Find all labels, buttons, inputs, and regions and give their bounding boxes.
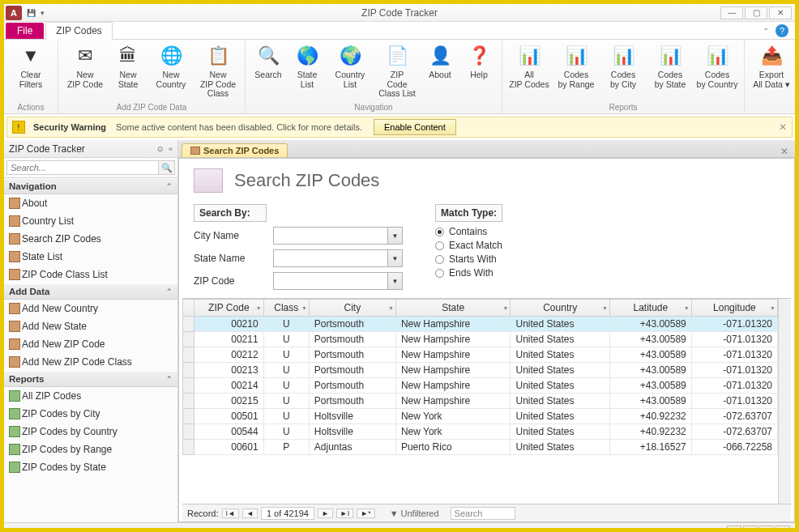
enable-content-button[interactable]: Enable Content: [374, 119, 456, 135]
table-row[interactable]: 00210UPortsmouthNew HampshireUnited Stat…: [183, 317, 778, 332]
nav-search-button[interactable]: 🔍: [159, 160, 175, 175]
cell[interactable]: New York: [395, 424, 511, 440]
cell[interactable]: United States: [511, 378, 609, 394]
cell[interactable]: -071.01320: [691, 332, 777, 347]
column-header-city[interactable]: City▼: [309, 300, 395, 317]
all-zip-codes-button[interactable]: 📊AllZIP Codes: [506, 41, 553, 102]
cell[interactable]: United States: [511, 394, 609, 409]
table-row[interactable]: 00601PAdjuntasPuerto RicoUnited States+1…: [183, 440, 778, 455]
nav-item-country-list[interactable]: Country List: [4, 212, 177, 230]
row-selector[interactable]: [183, 394, 194, 409]
cell[interactable]: United States: [511, 363, 609, 378]
nav-item-add-new-country[interactable]: Add New Country: [4, 300, 177, 317]
nav-item-zip-codes-by-country[interactable]: ZIP Codes by Country: [4, 423, 177, 440]
cell[interactable]: +43.00589: [609, 363, 691, 378]
nav-dropdown-icon[interactable]: ⊙: [157, 145, 164, 153]
nav-item-search-zip-codes[interactable]: Search ZIP Codes: [4, 230, 177, 248]
cell[interactable]: -072.63707: [691, 424, 777, 440]
cell[interactable]: -071.01320: [691, 394, 777, 409]
cell[interactable]: Portsmouth: [309, 332, 395, 347]
column-header-country[interactable]: Country▼: [511, 300, 609, 317]
record-last-button[interactable]: ►I: [336, 509, 353, 518]
column-header-class[interactable]: Class▼: [263, 300, 309, 317]
new-country-button[interactable]: 🌐NewCountry: [147, 41, 194, 102]
qat-dropdown-icon[interactable]: ▾: [41, 9, 45, 17]
cell[interactable]: 00601: [194, 440, 264, 455]
record-new-button[interactable]: ►*: [357, 509, 374, 518]
new-zip-code-button[interactable]: ✉NewZIP Code: [62, 41, 109, 102]
field-input-state-name[interactable]: ▼: [273, 249, 403, 267]
cell[interactable]: Puerto Rico: [395, 440, 511, 455]
record-search-input[interactable]: Search: [451, 507, 516, 520]
column-dropdown-icon[interactable]: ▼: [602, 305, 608, 311]
cell[interactable]: P: [263, 440, 309, 455]
cell[interactable]: United States: [511, 424, 609, 440]
file-tab[interactable]: File: [6, 23, 44, 39]
table-row[interactable]: 00213UPortsmouthNew HampshireUnited Stat…: [183, 363, 778, 378]
cell[interactable]: -066.72258: [691, 440, 777, 455]
nav-collapse-icon[interactable]: «: [169, 145, 173, 153]
dropdown-icon[interactable]: ▼: [387, 273, 402, 289]
nav-search-input[interactable]: [6, 160, 159, 175]
row-selector[interactable]: [183, 347, 194, 363]
dropdown-icon[interactable]: ▼: [387, 228, 402, 244]
cell[interactable]: U: [263, 363, 309, 378]
zip-code-class-list-button[interactable]: 📄ZIPCode Class List: [374, 41, 421, 102]
row-selector[interactable]: [183, 424, 194, 440]
cell[interactable]: U: [263, 409, 309, 424]
export-all-data-button[interactable]: 📤ExportAll Data ▾: [748, 41, 795, 111]
cell[interactable]: -071.01320: [691, 317, 777, 332]
document-tab-search-zip-codes[interactable]: Search ZIP Codes: [182, 143, 288, 157]
cell[interactable]: Portsmouth: [309, 363, 395, 378]
filter-icon[interactable]: ▼: [390, 509, 399, 518]
nav-group-navigation[interactable]: Navigation⌃: [4, 178, 177, 194]
record-prev-button[interactable]: ◄: [242, 509, 258, 518]
cell[interactable]: 00215: [194, 394, 264, 409]
nav-group-reports[interactable]: Reports⌃: [4, 371, 177, 387]
nav-item-about[interactable]: About: [4, 194, 177, 212]
cell[interactable]: U: [263, 424, 309, 440]
table-row[interactable]: 00544UHoltsvilleNew YorkUnited States+40…: [183, 424, 778, 440]
view-datasheet-button[interactable]: [743, 526, 758, 533]
new-state-button[interactable]: 🏛NewState: [109, 41, 147, 102]
record-position[interactable]: 1 of 42194: [261, 507, 314, 520]
cell[interactable]: United States: [511, 347, 609, 363]
cell[interactable]: New Hampshire: [395, 347, 511, 363]
codes-by-range-button[interactable]: 📊Codesby Range: [553, 41, 600, 102]
column-dropdown-icon[interactable]: ▼: [770, 305, 776, 311]
cell[interactable]: Portsmouth: [309, 317, 395, 332]
minimize-button[interactable]: —: [720, 6, 743, 19]
radio-starts-with[interactable]: Starts With: [435, 253, 502, 265]
clear-filters-button[interactable]: ▼ClearFilters: [7, 41, 54, 102]
column-dropdown-icon[interactable]: ▼: [503, 305, 509, 311]
column-dropdown-icon[interactable]: ▼: [388, 305, 394, 311]
cell[interactable]: New Hampshire: [395, 394, 511, 409]
codes-by-city-button[interactable]: 📊Codesby City: [600, 41, 647, 102]
document-close-icon[interactable]: ✕: [774, 146, 795, 157]
field-input-zip-code[interactable]: ▼: [273, 272, 403, 290]
security-warning-message[interactable]: Some active content has been disabled. C…: [116, 122, 362, 132]
table-row[interactable]: 00212UPortsmouthNew HampshireUnited Stat…: [183, 347, 778, 363]
nav-item-zip-code-class-list[interactable]: ZIP Code Class List: [4, 266, 177, 283]
cell[interactable]: 00214: [194, 378, 264, 394]
vertical-scrollbar[interactable]: [778, 299, 791, 504]
cell[interactable]: +40.92232: [609, 409, 691, 424]
nav-item-add-new-zip-code[interactable]: Add New ZIP Code: [4, 335, 177, 353]
table-row[interactable]: 00215UPortsmouthNew HampshireUnited Stat…: [183, 394, 778, 409]
cell[interactable]: U: [263, 378, 309, 394]
cell[interactable]: U: [263, 394, 309, 409]
cell[interactable]: New York: [395, 409, 511, 424]
cell[interactable]: -072.63707: [691, 409, 777, 424]
row-selector[interactable]: [183, 317, 194, 332]
column-dropdown-icon[interactable]: ▼: [684, 305, 690, 311]
radio-contains[interactable]: Contains: [435, 226, 502, 237]
row-selector[interactable]: [183, 332, 194, 347]
row-selector[interactable]: [183, 440, 194, 455]
cell[interactable]: -071.01320: [691, 378, 777, 394]
country-list-button[interactable]: 🌍CountryList: [327, 41, 374, 102]
zip-codes-tab[interactable]: ZIP Codes: [45, 22, 112, 40]
cell[interactable]: +18.16527: [609, 440, 691, 455]
cell[interactable]: +43.00589: [609, 347, 691, 363]
cell[interactable]: U: [263, 332, 309, 347]
radio-ends-with[interactable]: Ends With: [435, 267, 502, 279]
